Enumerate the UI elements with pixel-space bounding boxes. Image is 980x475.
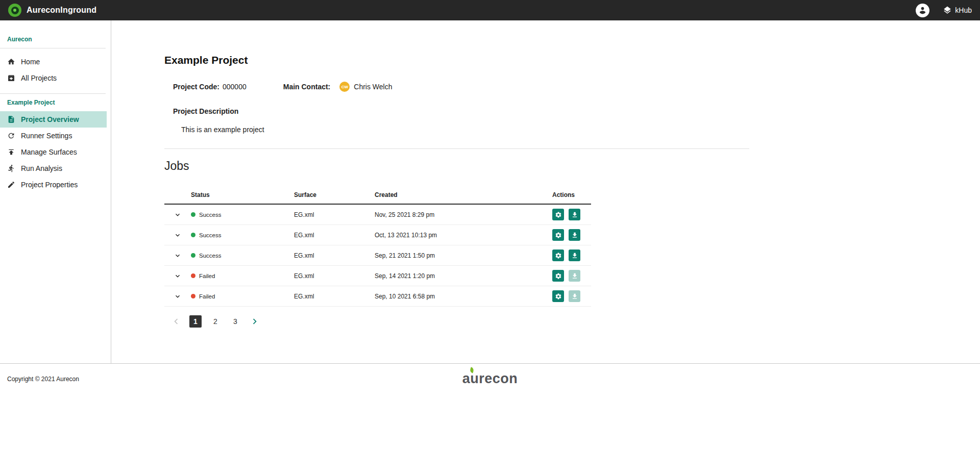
created-cell: Sep, 21 2021 1:50 pm [375,252,552,259]
sidebar-item-label: Home [21,58,40,66]
col-header-actions: Actions [552,191,591,198]
aurecon-logo: aurecon [0,371,980,387]
download-icon [571,211,578,218]
jobs-heading: Jobs [164,159,750,173]
status-label: Success [199,232,221,238]
status-dot [191,273,195,278]
surface-cell: EG.xml [294,232,375,239]
person-icon [917,5,928,16]
sidebar-section-aurecon: Aurecon [0,36,111,48]
table-row: Success EG.xml Nov, 25 2021 8:29 pm [164,205,591,225]
upload-icon [7,148,15,156]
sidebar-item-project-overview[interactable]: Project Overview [0,111,107,128]
sidebar-item-manage-surfaces[interactable]: Manage Surfaces [0,144,111,160]
col-header-created: Created [375,191,552,198]
table-row: Failed EG.xml Sep, 14 2021 1:20 pm [164,266,591,286]
khub-button[interactable]: kHub [943,6,972,15]
chevron-down-icon [174,211,182,219]
jobs-table-header: Status Surface Created Actions [164,186,591,205]
home-icon [7,58,15,66]
expand-row-button[interactable] [173,230,183,240]
settings-button[interactable] [552,249,564,261]
created-cell: Sep, 14 2021 1:20 pm [375,272,552,280]
sidebar-item-home[interactable]: Home [0,54,111,70]
project-info-row: Project Code: 000000 Main Contact: CW Ch… [173,82,750,92]
download-button[interactable] [569,229,580,241]
created-cell: Oct, 13 2021 10:13 pm [375,232,552,239]
surface-cell: EG.xml [294,293,375,300]
download-button[interactable] [569,209,580,220]
project-code-value: 000000 [223,83,247,91]
gear-icon [555,293,562,300]
account-button[interactable] [916,4,929,17]
surface-cell: EG.xml [294,211,375,218]
page-button-3[interactable]: 3 [229,315,241,328]
sidebar-item-label: Runner Settings [21,132,72,140]
khub-label: kHub [955,6,972,14]
page-button-1[interactable]: 1 [189,315,202,328]
status-label: Success [199,253,221,259]
page-title: Example Project [164,54,750,66]
gear-icon [555,232,562,239]
aurecon-logo-mark-icon [469,367,474,373]
pagination: 1 2 3 [170,315,750,328]
footer: Copyright © 2021 Aurecon aurecon [0,363,980,475]
expand-row-button[interactable] [173,210,183,220]
sidebar-item-all-projects[interactable]: All Projects [0,70,111,86]
sidebar-item-label: Project Properties [21,181,78,189]
refresh-icon [7,132,15,140]
run-icon [7,164,15,172]
download-button [569,290,580,302]
main-contact-label: Main Contact: [283,83,331,91]
surface-cell: EG.xml [294,252,375,259]
gear-icon [555,272,562,280]
prev-page-button[interactable] [170,316,182,327]
created-cell: Sep, 10 2021 6:58 pm [375,293,552,300]
archive-icon [7,74,15,82]
download-button [569,270,580,282]
page-button-2[interactable]: 2 [209,315,222,328]
divider [0,93,106,94]
chevron-right-icon [249,316,260,327]
sidebar-item-run-analysis[interactable]: Run Analysis [0,160,111,177]
settings-button[interactable] [552,290,564,302]
expand-row-button[interactable] [173,291,183,302]
jobs-table: Status Surface Created Actions Success E… [164,186,591,307]
settings-button[interactable] [552,209,564,220]
status-dot [191,294,195,298]
contact-name: Chris Welch [354,83,392,91]
surface-cell: EG.xml [294,272,375,280]
settings-button[interactable] [552,229,564,241]
table-row: Success EG.xml Sep, 21 2021 1:50 pm [164,245,591,266]
col-header-status: Status [191,191,294,198]
divider [0,48,106,48]
status-label: Failed [199,273,215,279]
status-dot [191,212,195,217]
gear-icon [555,211,562,218]
sidebar-item-runner-settings[interactable]: Runner Settings [0,128,111,144]
contact-avatar: CW [339,82,350,92]
edit-icon [7,181,15,189]
project-code-label: Project Code: [173,83,219,91]
next-page-button[interactable] [249,316,260,327]
expand-row-button[interactable] [173,271,183,281]
sidebar-item-project-properties[interactable]: Project Properties [0,177,111,193]
created-cell: Nov, 25 2021 8:29 pm [375,211,552,218]
col-header-surface: Surface [294,191,375,198]
app-title: AureconInground [27,6,96,15]
project-description-text: This is an example project [181,126,750,134]
document-icon [7,115,15,123]
sidebar-item-label: Project Overview [21,115,79,123]
app-logo-icon [8,4,21,17]
chevron-down-icon [174,231,182,239]
download-icon [571,293,578,300]
expand-row-button[interactable] [173,251,183,261]
settings-button[interactable] [552,270,564,282]
topbar: AureconInground kHub [0,0,980,20]
status-label: Success [199,212,221,218]
status-dot [191,233,195,237]
download-button[interactable] [569,249,580,261]
download-icon [571,272,578,280]
sidebar-item-label: Run Analysis [21,164,62,172]
status-dot [191,253,195,258]
